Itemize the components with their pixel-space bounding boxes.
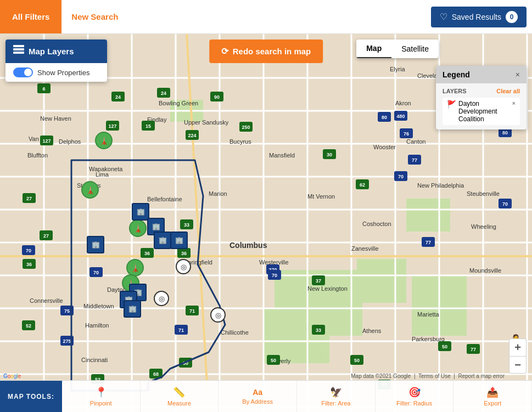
export-label: Export bbox=[484, 400, 501, 407]
filter-area-icon: 🦅 bbox=[330, 386, 342, 398]
marker-blue-8[interactable]: 🏢 bbox=[124, 300, 141, 318]
marker-blue-3[interactable]: 🏢 bbox=[154, 232, 171, 249]
measure-tool-button[interactable]: 📏 Measure bbox=[141, 381, 219, 412]
show-properties-label: Show Properties bbox=[37, 69, 89, 77]
all-filters-button[interactable]: All Filters bbox=[0, 0, 61, 33]
flag-icon: 🚩 bbox=[447, 100, 456, 109]
marker-blue-4[interactable]: 🏢 bbox=[170, 232, 188, 249]
by-address-tool-button[interactable]: Aa By Address bbox=[219, 381, 297, 412]
saved-count-badge: 0 bbox=[506, 11, 518, 23]
filter-radius-icon: 🎯 bbox=[408, 386, 421, 398]
report-map-error-link[interactable]: Report a map error bbox=[458, 373, 505, 379]
saved-results-button[interactable]: ♡ Saved Results 0 bbox=[431, 7, 527, 27]
pinpoint-label: Pinpoint bbox=[90, 400, 112, 407]
map-layer-header: Map Layers bbox=[5, 39, 107, 63]
legend-header: Legend × bbox=[436, 66, 527, 83]
zoom-out-button[interactable]: − bbox=[509, 356, 527, 374]
by-address-icon: Aa bbox=[253, 388, 262, 397]
svg-rect-1 bbox=[13, 48, 24, 50]
marker-pin-2[interactable]: ◎ bbox=[154, 291, 169, 306]
redo-search-button[interactable]: ⟳ Redo search in map bbox=[209, 39, 323, 63]
filter-radius-label: Filter: Radius bbox=[396, 400, 432, 407]
redo-search-label: Redo search in map bbox=[233, 47, 311, 56]
by-address-label: By Address bbox=[242, 398, 273, 405]
map-tools-bar: MAP TOOLS: 📍 Pinpoint 📏 Measure Aa By Ad… bbox=[0, 380, 532, 412]
header: All Filters New Search ♡ Saved Results 0 bbox=[0, 0, 532, 34]
map-satellite-toggle: Map Satellite bbox=[356, 39, 439, 58]
measure-icon: 📏 bbox=[173, 386, 185, 398]
layers-label: LAYERS bbox=[443, 88, 467, 94]
map-data-text: Map data ©2021 Google bbox=[351, 373, 411, 379]
legend-panel: Legend × LAYERS Clear all 🚩 DaytonDevelo… bbox=[436, 66, 527, 129]
show-properties-toggle[interactable] bbox=[13, 67, 33, 77]
legend-title: Legend bbox=[443, 70, 470, 79]
layers-icon bbox=[13, 45, 24, 58]
clear-all-link[interactable]: Clear all bbox=[496, 88, 520, 94]
new-search-button[interactable]: New Search bbox=[61, 12, 128, 21]
filter-area-label: Filter: Area bbox=[321, 400, 350, 407]
legend-layers-header: LAYERS Clear all bbox=[443, 88, 520, 94]
pinpoint-icon: 📍 bbox=[95, 386, 107, 398]
map-layer-panel: Map Layers Show Properties bbox=[5, 39, 107, 82]
marker-blue-5[interactable]: 🏢 bbox=[87, 236, 104, 253]
marker-blue-1[interactable]: 🏢 bbox=[132, 203, 149, 221]
legend-item-close-button[interactable]: × bbox=[512, 100, 516, 106]
svg-rect-2 bbox=[13, 52, 24, 54]
heart-icon: ♡ bbox=[440, 12, 447, 22]
filter-area-tool-button[interactable]: 🦅 Filter: Area bbox=[297, 381, 376, 412]
marker-pin-3[interactable]: ◎ bbox=[210, 307, 226, 323]
legend-item-name: DaytonDevelopmentCoalition bbox=[458, 100, 497, 123]
marker-green-3[interactable]: 🗼 bbox=[129, 219, 147, 237]
satellite-view-button[interactable]: Satellite bbox=[391, 39, 439, 58]
export-icon: 📤 bbox=[486, 386, 499, 398]
google-logo: G bbox=[3, 373, 8, 379]
terms-of-use-link[interactable]: Terms of Use bbox=[418, 373, 451, 379]
marker-green-1[interactable]: 🗼 bbox=[95, 132, 113, 149]
map-view-button[interactable]: Map bbox=[356, 39, 391, 58]
legend-body: LAYERS Clear all 🚩 DaytonDevelopmentCoal… bbox=[436, 83, 527, 129]
zoom-controls: + − bbox=[509, 338, 527, 374]
pinpoint-tool-button[interactable]: 📍 Pinpoint bbox=[62, 381, 141, 412]
marker-pin-1[interactable]: ◎ bbox=[176, 259, 191, 274]
export-tool-button[interactable]: 📤 Export bbox=[453, 381, 532, 412]
legend-close-button[interactable]: × bbox=[516, 70, 520, 79]
show-properties-row: Show Properties bbox=[5, 63, 107, 82]
map-tools-label: MAP TOOLS: bbox=[0, 381, 62, 412]
map-layers-title: Map Layers bbox=[29, 47, 74, 56]
map-data-attribution: Map data ©2021 Google | Terms of Use | R… bbox=[351, 373, 505, 379]
filter-radius-tool-button[interactable]: 🎯 Filter: Radius bbox=[376, 381, 454, 412]
map-container: Map Layers Show Properties ⟳ Redo search… bbox=[0, 34, 532, 412]
refresh-icon: ⟳ bbox=[221, 46, 228, 57]
google-attribution: Google bbox=[3, 373, 21, 379]
zoom-in-button[interactable]: + bbox=[509, 338, 527, 356]
svg-rect-0 bbox=[13, 45, 24, 47]
legend-item: 🚩 DaytonDevelopmentCoalition × bbox=[443, 98, 520, 125]
marker-green-2[interactable]: 🗼 bbox=[81, 181, 99, 199]
saved-results-label: Saved Results bbox=[452, 13, 501, 21]
measure-label: Measure bbox=[167, 400, 191, 407]
